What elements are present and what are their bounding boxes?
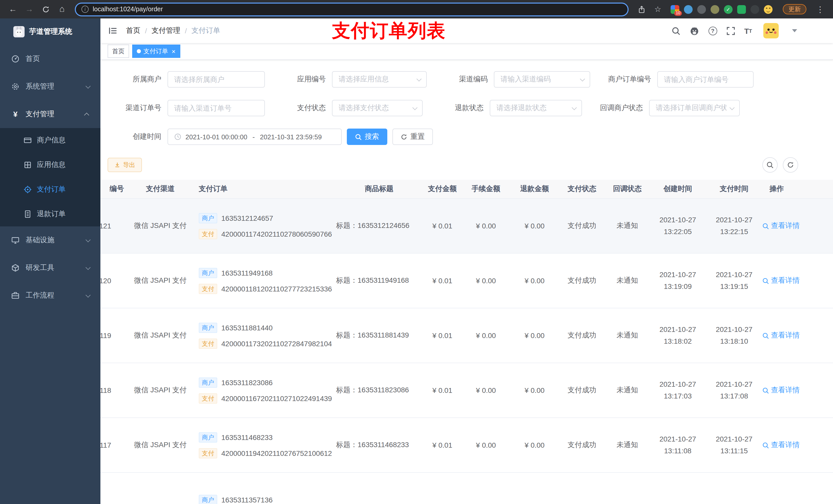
sidebar-item-pay-order[interactable]: 支付订单: [0, 177, 100, 202]
sidebar-item-merchant-info[interactable]: 商户信息: [0, 128, 100, 153]
pay-status-select[interactable]: 请选择支付状态: [332, 100, 423, 116]
create-time-range-picker[interactable]: 2021-10-01 00:00:00 - 2021-10-31 23:59:5…: [168, 128, 342, 145]
user-avatar[interactable]: [763, 23, 779, 39]
view-detail-link[interactable]: 查看详情: [762, 331, 800, 340]
filter-label: 所属商户: [100, 75, 168, 84]
yen-icon: ¥: [11, 110, 20, 118]
refresh-table-button[interactable]: [783, 157, 798, 173]
app-frame: 芋道管理系统 首页 系统管理 ¥ 支付管理 商户信息: [0, 19, 833, 504]
refund-status-select[interactable]: 请选择退款状态: [490, 100, 582, 116]
sidebar-item-workflow[interactable]: 工作流程: [0, 282, 100, 309]
document-icon: [24, 210, 32, 218]
notify-status-select[interactable]: 请选择订单回调商户状态: [649, 100, 740, 116]
breadcrumb-home[interactable]: 首页: [126, 26, 140, 35]
font-size-button[interactable]: TT: [744, 27, 752, 34]
address-bar[interactable]: i localhost:1024/pay/order: [75, 2, 628, 16]
sidebar-item-refund-order[interactable]: 退款订单: [0, 202, 100, 226]
merchant-order-line: 商户1635311823086: [199, 377, 272, 387]
merchant-order-line: 商户1635311468233: [199, 432, 272, 442]
dashboard-icon: [11, 55, 20, 63]
sidebar-item-infrastructure[interactable]: 基础设施: [0, 226, 100, 254]
channel-order-input[interactable]: [168, 100, 265, 116]
product-title-cell: 标题：1635312124656: [335, 199, 423, 253]
merchant-select[interactable]: [168, 71, 265, 88]
share-icon: [638, 5, 645, 13]
column-header-notify: 回调状态: [605, 180, 649, 198]
header-search-button[interactable]: [671, 26, 680, 35]
github-button[interactable]: [689, 26, 699, 35]
browser-update-button[interactable]: 更新: [783, 4, 806, 14]
sidebar-item-payment[interactable]: ¥ 支付管理: [0, 100, 100, 128]
tab-pay-order[interactable]: 支付订单 ×: [132, 45, 180, 58]
reset-button[interactable]: 重置: [392, 128, 433, 145]
date-start: 2021-10-01 00:00:00: [186, 133, 247, 141]
table-row: 商户1635311357136 支付: [100, 473, 833, 504]
search-button[interactable]: 搜索: [347, 128, 387, 145]
screenshot-viewport: ← → ⌂ i localhost:1024/pay/order ☆ 10 ✓ …: [0, 0, 833, 504]
pay-tag: 支付: [199, 284, 217, 294]
download-icon: [114, 162, 120, 168]
extension-icon[interactable]: ✓: [724, 5, 733, 14]
avatar-dropdown-caret[interactable]: [792, 29, 797, 32]
notify-status-cell: 未通知: [605, 199, 649, 253]
pay-order-line: 支付4200001181202110277723215336: [199, 284, 332, 294]
refund-cell: ¥ 0.00: [510, 254, 559, 308]
browser-home-button[interactable]: ⌂: [55, 3, 69, 16]
card-icon: [24, 136, 32, 144]
sidebar-item-dev-tools[interactable]: 研发工具: [0, 254, 100, 282]
share-button[interactable]: [635, 3, 648, 16]
merchant-order-input[interactable]: [657, 71, 754, 88]
site-info-icon[interactable]: i: [81, 6, 89, 13]
fee-cell: ¥ 0.00: [461, 418, 510, 472]
cube-icon: [11, 264, 20, 272]
browser-back-button[interactable]: ←: [6, 3, 20, 16]
order-id-cell: 120: [100, 254, 126, 308]
extension-icon[interactable]: [737, 5, 746, 14]
monitor-icon: [11, 236, 20, 244]
tab-home[interactable]: 首页: [108, 45, 129, 58]
paid-time-cell: 2021-10-27 13:22:15: [706, 199, 762, 253]
pay-order-line: 支付4200001173202110272847982104: [199, 338, 332, 349]
font-size-icon: T: [744, 27, 749, 34]
view-detail-link[interactable]: 查看详情: [762, 276, 800, 285]
extension-icon[interactable]: [684, 5, 693, 14]
browser-reload-button[interactable]: [39, 3, 52, 16]
refund-cell: ¥ 0.00: [510, 199, 559, 253]
merchant-order-no: 1635311881440: [221, 322, 272, 333]
extension-icon[interactable]: [751, 5, 759, 14]
profile-emoji-icon[interactable]: [764, 5, 772, 14]
search-icon: [762, 222, 769, 229]
amount-cell: ¥ 0.01: [423, 418, 461, 472]
filter-app: 应用编号 请选择应用信息: [265, 71, 427, 88]
fullscreen-button[interactable]: [726, 26, 735, 35]
view-detail-link[interactable]: 查看详情: [762, 221, 800, 231]
extension-icon[interactable]: 10: [671, 5, 679, 14]
sidebar-item-system[interactable]: 系统管理: [0, 73, 100, 100]
app-select[interactable]: 请选择应用信息: [332, 71, 427, 88]
table-row: 121 微信 JSAPI 支付 商户1635312124657 支付420000…: [100, 199, 833, 254]
extension-icon[interactable]: [711, 5, 719, 14]
view-detail-label: 查看详情: [771, 221, 800, 231]
view-detail-link[interactable]: 查看详情: [762, 386, 800, 395]
filter-channel-code: 渠道编码 请输入渠道编码: [427, 71, 590, 88]
forward-icon: →: [25, 5, 33, 14]
browser-menu-button[interactable]: ⋮: [813, 3, 827, 16]
toggle-search-button[interactable]: [762, 157, 778, 173]
amount-cell: ¥ 0.01: [423, 199, 461, 253]
bookmark-star-button[interactable]: ☆: [651, 3, 664, 16]
sidebar-item-home[interactable]: 首页: [0, 45, 100, 73]
app-title: 芋道管理系统: [29, 27, 72, 37]
select-caret-icon: [580, 76, 585, 81]
view-detail-link[interactable]: 查看详情: [762, 440, 800, 450]
tab-close-icon[interactable]: ×: [172, 48, 175, 54]
filter-label: 支付状态: [265, 103, 332, 113]
export-button[interactable]: 导出: [108, 158, 142, 172]
sidebar-logo[interactable]: 芋道管理系统: [0, 19, 100, 45]
pay-status-cell: 支付成功: [559, 308, 605, 363]
sidebar-collapse-button[interactable]: [108, 26, 118, 36]
browser-forward-button[interactable]: →: [23, 3, 36, 16]
channel-code-select[interactable]: 请输入渠道编码: [494, 71, 590, 88]
help-button[interactable]: ?: [708, 26, 717, 35]
extension-icon[interactable]: [697, 5, 706, 14]
sidebar-item-app-info[interactable]: 应用信息: [0, 153, 100, 177]
